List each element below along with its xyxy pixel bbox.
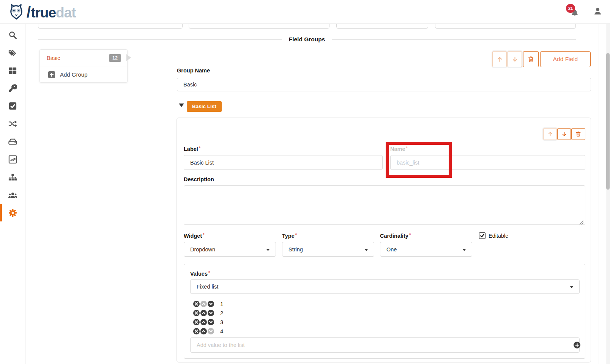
values-source-value: Fixed list (197, 284, 218, 290)
value-list-item: 1 (193, 300, 223, 308)
values-label: Values* (190, 270, 210, 277)
move-group-up-button[interactable] (492, 51, 507, 67)
group-name-input[interactable] (177, 78, 591, 91)
cardinality-value: One (386, 246, 397, 253)
active-item-indicator (0, 204, 2, 221)
scrollbar-thumb[interactable] (606, 53, 610, 190)
values-source-dropdown[interactable]: Fixed list (190, 279, 580, 294)
cutoff-input-4[interactable] (435, 24, 576, 29)
label-field-label: Label* (184, 146, 200, 152)
group-list-panel: Basic 12 Add Group (39, 49, 128, 83)
move-group-down-button[interactable] (508, 51, 522, 67)
value-list-item: 2 (193, 309, 223, 317)
left-sidebar (0, 24, 25, 364)
top-header: /truedat 21 (0, 0, 610, 24)
add-field-button[interactable]: Add Field (540, 51, 591, 67)
add-group-button[interactable]: Add Group (40, 66, 127, 83)
value-item-text: 3 (220, 319, 223, 325)
cutoff-input-3[interactable] (336, 24, 428, 29)
move-value-up-icon[interactable] (200, 310, 207, 316)
field-card: Label* Name* Description Widget* Dropdow… (177, 118, 591, 362)
cutoff-input-1[interactable] (38, 24, 183, 29)
move-value-up-icon[interactable] (200, 328, 207, 334)
chevron-down-icon (266, 249, 270, 251)
move-value-down-icon[interactable] (208, 328, 214, 334)
storage-icon[interactable] (8, 137, 17, 146)
search-icon[interactable] (8, 31, 17, 39)
divider-line (38, 39, 282, 40)
content-edge-line (599, 24, 599, 364)
truedat-logo[interactable]: /truedat (8, 3, 76, 22)
section-heading: Field Groups (38, 36, 576, 43)
owl-icon (8, 3, 25, 22)
plus-square-icon (48, 71, 55, 78)
group-item-basic[interactable]: Basic 12 (40, 50, 127, 66)
editable-label: Editable (489, 233, 508, 239)
values-box: Values* Fixed list 1 2 (184, 264, 585, 359)
move-value-down-icon[interactable] (208, 310, 214, 316)
field-count-badge: 12 (109, 54, 121, 62)
chevron-down-icon (570, 286, 574, 288)
value-item-text: 1 (220, 301, 223, 307)
structure-icon[interactable] (8, 173, 17, 182)
move-field-down-button[interactable] (557, 128, 571, 140)
field-badge[interactable]: Basic List (187, 101, 222, 112)
widget-label: Widget* (184, 232, 204, 239)
tasks-icon[interactable] (8, 102, 17, 110)
description-label: Description (184, 176, 214, 182)
notification-count-badge: 21 (566, 4, 575, 13)
add-field-label: Add Field (553, 56, 578, 63)
type-label: Type* (282, 232, 297, 239)
group-selected-chevron-icon (126, 54, 131, 61)
cardinality-dropdown[interactable]: One (380, 242, 472, 257)
cardinality-label: Cardinality* (380, 232, 411, 239)
move-value-up-icon[interactable] (200, 319, 207, 325)
cutoff-input-2[interactable] (189, 24, 329, 29)
user-profile-icon[interactable] (593, 7, 602, 16)
add-group-label: Add Group (60, 71, 88, 78)
chevron-down-icon (462, 249, 466, 251)
delete-field-button[interactable] (571, 128, 585, 140)
remove-value-icon[interactable] (193, 319, 200, 325)
editable-checkbox[interactable] (479, 232, 485, 239)
delete-group-button[interactable] (523, 51, 539, 67)
brand-secondary: dat (56, 5, 76, 20)
settings-icon[interactable] (8, 209, 17, 217)
users-icon[interactable] (8, 191, 17, 199)
group-item-label: Basic (47, 55, 60, 61)
section-title: Field Groups (289, 36, 325, 43)
modules-icon[interactable] (8, 66, 17, 75)
collapse-caret-icon[interactable] (179, 104, 184, 107)
move-field-up-button[interactable] (543, 128, 557, 140)
widget-dropdown[interactable]: Dropdown (184, 242, 276, 257)
move-value-up-icon[interactable] (200, 301, 207, 307)
brand-slash: / (27, 4, 30, 20)
chart-icon[interactable] (8, 155, 17, 164)
name-input[interactable] (390, 155, 585, 170)
app-root: /truedat 21 (0, 0, 610, 364)
description-textarea[interactable] (184, 185, 585, 225)
add-value-input[interactable] (190, 337, 580, 353)
remove-value-icon[interactable] (193, 328, 200, 334)
key-icon[interactable] (8, 84, 17, 93)
group-name-label: Group Name (177, 67, 210, 74)
name-field-label: Name* (390, 146, 408, 152)
type-dropdown[interactable]: String (282, 242, 374, 257)
type-value: String (288, 246, 303, 253)
move-value-down-icon[interactable] (208, 301, 214, 307)
shuffle-icon[interactable] (8, 119, 17, 128)
value-item-text: 2 (220, 310, 223, 316)
widget-value: Dropdown (190, 246, 215, 253)
value-list-item: 3 (193, 318, 223, 326)
add-value-plus-icon[interactable] (574, 342, 580, 348)
resize-grip-icon[interactable] (579, 220, 584, 224)
divider-line (332, 39, 576, 40)
value-list-item: 4 (193, 327, 223, 335)
move-value-down-icon[interactable] (208, 319, 214, 325)
brand-primary: true (31, 5, 56, 20)
value-item-text: 4 (220, 328, 223, 334)
remove-value-icon[interactable] (193, 301, 200, 307)
label-input[interactable] (184, 155, 383, 170)
tags-icon[interactable] (8, 49, 17, 57)
remove-value-icon[interactable] (193, 310, 200, 316)
